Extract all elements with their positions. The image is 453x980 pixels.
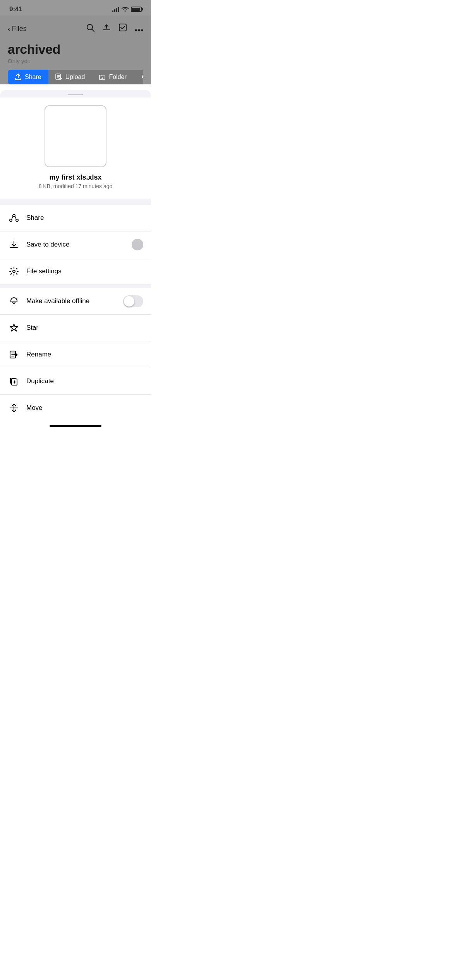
- search-icon[interactable]: [86, 23, 94, 34]
- rename-icon: [8, 348, 20, 361]
- folder-button-label: Folder: [109, 74, 126, 81]
- upload-action-button[interactable]: Upload: [48, 70, 92, 84]
- wifi-icon: [122, 6, 129, 13]
- file-settings-label: File settings: [26, 267, 143, 275]
- svg-point-5: [138, 29, 140, 31]
- folder-action-button[interactable]: Folder: [92, 70, 133, 84]
- menu-item-share[interactable]: Share: [0, 205, 151, 231]
- make-offline-label: Make available offline: [26, 297, 123, 305]
- sheet-handle-container: [0, 90, 151, 98]
- page-title: archived: [8, 42, 143, 57]
- nav-actions: [86, 23, 143, 34]
- action-buttons: Share Upload Folder Offlin...: [8, 70, 143, 84]
- sheet-handle: [68, 94, 83, 95]
- svg-point-6: [141, 29, 143, 31]
- signal-icon: [112, 7, 119, 12]
- settings-icon: [8, 265, 20, 278]
- more-icon[interactable]: [135, 24, 143, 34]
- make-offline-toggle[interactable]: [123, 295, 143, 307]
- page-subtitle: Only you: [8, 58, 143, 64]
- battery-icon: [131, 7, 142, 12]
- home-bar: [50, 425, 101, 427]
- duplicate-label: Duplicate: [26, 377, 143, 385]
- home-indicator: [0, 421, 151, 429]
- share-button-label: Share: [25, 74, 41, 81]
- share-label: Share: [26, 214, 143, 222]
- rename-label: Rename: [26, 351, 143, 358]
- download-icon: [8, 238, 20, 251]
- svg-line-11: [12, 216, 13, 220]
- svg-line-1: [92, 29, 94, 32]
- back-button[interactable]: ‹ Files: [8, 24, 27, 33]
- status-time: 9:41: [9, 5, 22, 13]
- move-label: Move: [26, 404, 143, 412]
- menu-item-make-offline[interactable]: Make available offline: [0, 288, 151, 315]
- menu-item-star[interactable]: Star: [0, 315, 151, 341]
- offline-action-button[interactable]: Offlin...: [134, 70, 143, 84]
- menu-item-move[interactable]: Move: [0, 395, 151, 421]
- menu-item-duplicate[interactable]: Duplicate: [0, 368, 151, 395]
- save-to-device-label: Save to device: [26, 241, 129, 248]
- file-meta: 8 KB, modified 17 minutes ago: [39, 183, 113, 189]
- star-label: Star: [26, 324, 143, 332]
- menu-item-rename[interactable]: Rename: [0, 341, 151, 368]
- svg-line-12: [15, 216, 17, 220]
- file-thumbnail: [45, 105, 106, 167]
- upload-icon[interactable]: [102, 23, 111, 34]
- select-icon[interactable]: [118, 23, 127, 34]
- svg-point-13: [13, 270, 15, 272]
- share-icon: [8, 212, 20, 224]
- back-arrow-icon: ‹: [8, 24, 10, 33]
- svg-point-4: [135, 29, 137, 31]
- back-label: Files: [12, 25, 27, 33]
- menu-item-save-to-device[interactable]: Save to device: [0, 231, 151, 258]
- menu-list: Share Save to device File settings: [0, 205, 151, 421]
- page-title-section: archived Only you: [8, 39, 143, 70]
- star-icon: [8, 322, 20, 334]
- duplicate-icon: [8, 375, 20, 387]
- bottom-sheet: my first xls.xlsx 8 KB, modified 17 minu…: [0, 90, 151, 429]
- offline-icon: [8, 295, 20, 307]
- file-name: my first xls.xlsx: [49, 173, 101, 182]
- file-preview: my first xls.xlsx 8 KB, modified 17 minu…: [0, 98, 151, 199]
- nav-bar: ‹ Files: [8, 20, 143, 39]
- menu-item-file-settings[interactable]: File settings: [0, 258, 151, 285]
- move-icon: [8, 402, 20, 414]
- background-overlay: ‹ Files: [0, 15, 151, 84]
- svg-rect-2: [103, 29, 110, 30]
- status-bar: 9:41: [0, 0, 151, 15]
- save-to-device-toggle[interactable]: [132, 239, 143, 250]
- upload-button-label: Upload: [65, 74, 85, 81]
- share-action-button[interactable]: Share: [8, 70, 48, 84]
- status-icons: [112, 6, 142, 13]
- svg-rect-3: [119, 24, 126, 31]
